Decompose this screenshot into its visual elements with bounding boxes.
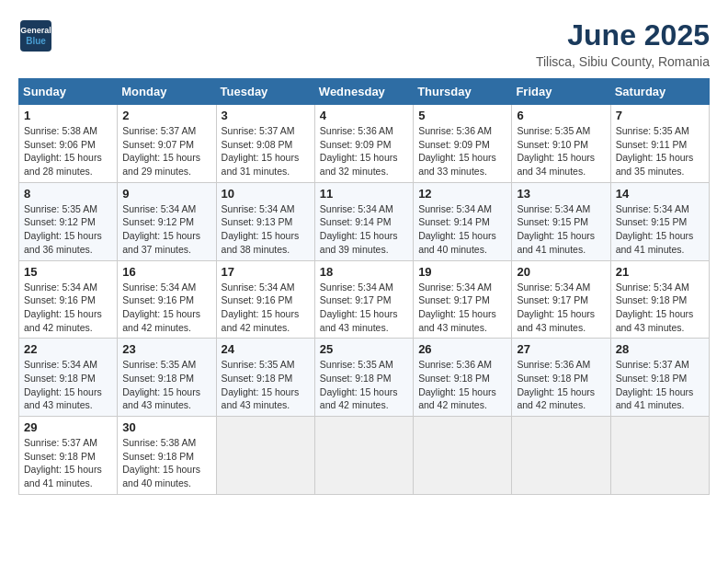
day-number: 1 [24,109,112,122]
day-number: 15 [24,265,112,279]
day-number: 20 [517,265,605,279]
day-info: Sunrise: 5:36 AM Sunset: 9:09 PM Dayligh… [320,124,408,178]
day-info: Sunrise: 5:37 AM Sunset: 9:18 PM Dayligh… [616,358,704,412]
logo-icon: General Blue [18,18,53,53]
calendar-empty-cell [414,417,512,495]
calendar-week-row: 29 Sunrise: 5:37 AM Sunset: 9:18 PM Dayl… [19,417,710,495]
page-header: General Blue June 2025 Tilisca, Sibiu Co… [18,18,710,69]
day-number: 19 [418,265,506,279]
calendar-day-17: 17 Sunrise: 5:34 AM Sunset: 9:16 PM Dayl… [216,260,314,339]
calendar-day-27: 27 Sunrise: 5:36 AM Sunset: 9:18 PM Dayl… [512,339,610,417]
day-number: 30 [122,420,210,434]
day-number: 9 [122,187,210,201]
day-number: 6 [517,109,605,122]
calendar-header-row: Sunday Monday Tuesday Wednesday Thursday… [19,79,710,105]
calendar-day-21: 21 Sunrise: 5:34 AM Sunset: 9:18 PM Dayl… [610,260,709,339]
calendar-week-row: 1 Sunrise: 5:38 AM Sunset: 9:06 PM Dayli… [19,105,710,183]
day-number: 10 [222,187,310,201]
day-info: Sunrise: 5:36 AM Sunset: 9:18 PM Dayligh… [517,358,605,412]
day-info: Sunrise: 5:34 AM Sunset: 9:18 PM Dayligh… [24,358,112,412]
calendar-day-9: 9 Sunrise: 5:34 AM Sunset: 9:12 PM Dayli… [118,182,216,260]
calendar-day-22: 22 Sunrise: 5:34 AM Sunset: 9:18 PM Dayl… [19,339,118,417]
calendar-day-24: 24 Sunrise: 5:35 AM Sunset: 9:18 PM Dayl… [216,339,314,417]
day-number: 2 [122,109,210,122]
day-info: Sunrise: 5:34 AM Sunset: 9:17 PM Dayligh… [320,281,408,335]
calendar-day-4: 4 Sunrise: 5:36 AM Sunset: 9:09 PM Dayli… [314,105,413,183]
day-number: 14 [616,187,704,201]
day-info: Sunrise: 5:35 AM Sunset: 9:12 PM Dayligh… [24,202,112,257]
day-info: Sunrise: 5:35 AM Sunset: 9:18 PM Dayligh… [222,358,310,412]
day-info: Sunrise: 5:34 AM Sunset: 9:15 PM Dayligh… [517,202,605,257]
day-number: 5 [418,109,506,122]
calendar-day-28: 28 Sunrise: 5:37 AM Sunset: 9:18 PM Dayl… [610,339,709,417]
month-year: June 2025 [536,18,710,52]
day-number: 13 [517,187,605,201]
day-info: Sunrise: 5:36 AM Sunset: 9:18 PM Dayligh… [418,358,506,412]
calendar-empty-cell [216,417,314,495]
calendar-day-6: 6 Sunrise: 5:35 AM Sunset: 9:10 PM Dayli… [512,105,610,183]
day-info: Sunrise: 5:34 AM Sunset: 9:17 PM Dayligh… [418,281,506,335]
day-info: Sunrise: 5:34 AM Sunset: 9:14 PM Dayligh… [418,202,506,257]
calendar-empty-cell [512,417,610,495]
header-sunday: Sunday [19,79,118,105]
day-info: Sunrise: 5:35 AM Sunset: 9:18 PM Dayligh… [122,358,210,412]
calendar-day-14: 14 Sunrise: 5:34 AM Sunset: 9:15 PM Dayl… [610,182,709,260]
day-info: Sunrise: 5:34 AM Sunset: 9:14 PM Dayligh… [320,202,408,257]
calendar-day-30: 30 Sunrise: 5:38 AM Sunset: 9:18 PM Dayl… [118,417,216,495]
day-number: 4 [320,109,408,122]
header-monday: Monday [118,79,216,105]
calendar-day-1: 1 Sunrise: 5:38 AM Sunset: 9:06 PM Dayli… [19,105,118,183]
day-number: 21 [616,265,704,279]
header-tuesday: Tuesday [216,79,314,105]
calendar-day-5: 5 Sunrise: 5:36 AM Sunset: 9:09 PM Dayli… [414,105,512,183]
day-info: Sunrise: 5:34 AM Sunset: 9:12 PM Dayligh… [122,202,210,257]
day-info: Sunrise: 5:34 AM Sunset: 9:15 PM Dayligh… [616,202,704,257]
calendar-day-7: 7 Sunrise: 5:35 AM Sunset: 9:11 PM Dayli… [610,105,709,183]
day-info: Sunrise: 5:34 AM Sunset: 9:16 PM Dayligh… [222,281,310,335]
day-info: Sunrise: 5:37 AM Sunset: 9:08 PM Dayligh… [222,124,310,178]
day-info: Sunrise: 5:35 AM Sunset: 9:18 PM Dayligh… [320,358,408,412]
header-saturday: Saturday [610,79,709,105]
day-info: Sunrise: 5:34 AM Sunset: 9:16 PM Dayligh… [24,281,112,335]
day-info: Sunrise: 5:37 AM Sunset: 9:18 PM Dayligh… [24,436,112,490]
calendar-day-8: 8 Sunrise: 5:35 AM Sunset: 9:12 PM Dayli… [19,182,118,260]
header-thursday: Thursday [414,79,512,105]
day-info: Sunrise: 5:36 AM Sunset: 9:09 PM Dayligh… [418,124,506,178]
calendar-week-row: 8 Sunrise: 5:35 AM Sunset: 9:12 PM Dayli… [19,182,710,260]
day-number: 29 [24,420,112,434]
title-block: June 2025 Tilisca, Sibiu County, Romania [536,18,710,69]
calendar-day-11: 11 Sunrise: 5:34 AM Sunset: 9:14 PM Dayl… [314,182,413,260]
svg-text:General: General [20,26,51,35]
calendar-empty-cell [314,417,413,495]
calendar-day-25: 25 Sunrise: 5:35 AM Sunset: 9:18 PM Dayl… [314,339,413,417]
calendar-empty-cell [610,417,709,495]
day-info: Sunrise: 5:37 AM Sunset: 9:07 PM Dayligh… [122,124,210,178]
day-number: 23 [122,342,210,356]
calendar-day-23: 23 Sunrise: 5:35 AM Sunset: 9:18 PM Dayl… [118,339,216,417]
logo: General Blue [18,18,53,53]
calendar-day-18: 18 Sunrise: 5:34 AM Sunset: 9:17 PM Dayl… [314,260,413,339]
calendar-day-26: 26 Sunrise: 5:36 AM Sunset: 9:18 PM Dayl… [414,339,512,417]
header-wednesday: Wednesday [314,79,413,105]
calendar-day-16: 16 Sunrise: 5:34 AM Sunset: 9:16 PM Dayl… [118,260,216,339]
day-number: 22 [24,342,112,356]
calendar-week-row: 15 Sunrise: 5:34 AM Sunset: 9:16 PM Dayl… [19,260,710,339]
calendar-day-12: 12 Sunrise: 5:34 AM Sunset: 9:14 PM Dayl… [414,182,512,260]
calendar-week-row: 22 Sunrise: 5:34 AM Sunset: 9:18 PM Dayl… [19,339,710,417]
day-number: 11 [320,187,408,201]
day-info: Sunrise: 5:34 AM Sunset: 9:17 PM Dayligh… [517,281,605,335]
calendar-day-15: 15 Sunrise: 5:34 AM Sunset: 9:16 PM Dayl… [19,260,118,339]
calendar-day-10: 10 Sunrise: 5:34 AM Sunset: 9:13 PM Dayl… [216,182,314,260]
day-number: 16 [122,265,210,279]
day-number: 17 [222,265,310,279]
day-info: Sunrise: 5:38 AM Sunset: 9:06 PM Dayligh… [24,124,112,178]
header-friday: Friday [512,79,610,105]
day-number: 8 [24,187,112,201]
day-info: Sunrise: 5:38 AM Sunset: 9:18 PM Dayligh… [122,436,210,490]
day-number: 28 [616,342,704,356]
day-number: 26 [418,342,506,356]
calendar-day-20: 20 Sunrise: 5:34 AM Sunset: 9:17 PM Dayl… [512,260,610,339]
calendar-day-2: 2 Sunrise: 5:37 AM Sunset: 9:07 PM Dayli… [118,105,216,183]
day-number: 24 [222,342,310,356]
day-number: 27 [517,342,605,356]
